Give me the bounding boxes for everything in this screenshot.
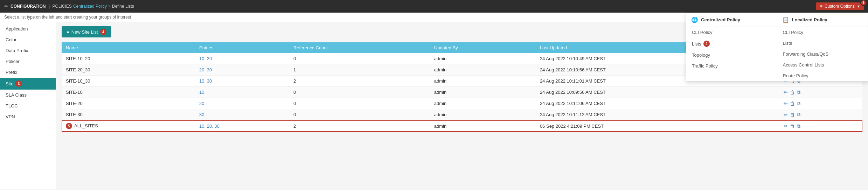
action-buttons: ✏🗑⧉ [784,89,858,95]
sidebar-item-site-label: Site [6,81,13,86]
edit-icon[interactable]: ✏ [784,101,788,106]
dropdown-traffic-policy-label: Traffic Policy [692,63,718,69]
cell-updated-by: admin [430,76,536,87]
cell-name: SITE-10_30 [62,76,195,87]
entries-link[interactable]: 20 [199,101,204,106]
dropdown-access-control[interactable]: Access Control Lists [777,59,868,70]
sidebar-item-tloc-label: TLOC [6,103,18,108]
sidebar-item-color[interactable]: Color [0,34,56,45]
cell-updated-by: admin [430,109,536,120]
custom-options-button[interactable]: ≡ Custom Options ▾ 1 [816,2,864,10]
sidebar-item-site[interactable]: Site 3 [0,78,56,90]
sidebar-item-application-label: Application [6,26,28,31]
edit-icon[interactable]: ✏ [784,112,788,118]
dropdown-lists-central[interactable]: Lists 2 [686,38,777,50]
dropdown-traffic-policy[interactable]: Traffic Policy [686,61,777,71]
entries-link[interactable]: 10, 20, 30 [199,124,220,129]
sub-header-text: Select a list type on the left and start… [4,15,131,20]
dropdown-topology[interactable]: Topology [686,50,777,61]
new-list-badge: 4 [100,29,106,35]
breadcrumb-arrow: > [108,4,111,9]
cell-actions: ✏🗑⧉ [779,120,862,132]
sidebar-item-application[interactable]: Application [0,23,56,34]
dropdown-centralized-header: 🌐 Centralized Policy [686,13,777,27]
policy-icon: 📋 [782,16,789,23]
action-buttons: ✏🗑⧉ [784,100,858,106]
copy-icon[interactable]: ⧉ [797,123,800,129]
sidebar: Application Color Data Prefix Policer Pr… [0,22,56,189]
dropdown-lists-local[interactable]: Lists [777,38,868,49]
cell-actions: ✏🗑⧉ [779,109,862,120]
cell-last-updated: 06 Sep 2022 4:21:09 PM CEST [536,120,779,132]
entries-link[interactable]: 10, 30 [199,78,212,84]
table-row: SITE-30300admin24 Aug 2022 10:11:12 AM C… [62,109,862,120]
dropdown-cli-policy-central[interactable]: CLI Policy [686,27,777,38]
sidebar-item-sla-class[interactable]: SLA Class [0,90,56,100]
col-header-ref-count: Reference Count [289,42,430,53]
new-site-list-button[interactable]: ● New Site List 4 [62,26,111,37]
cell-actions: ✏🗑⧉ [779,87,862,98]
sidebar-item-vpn[interactable]: VPN [0,111,56,122]
col-header-name: Name [62,42,195,53]
dropdown-panel: 🌐 Centralized Policy CLI Policy Lists 2 … [686,13,868,82]
dropdown-forwarding[interactable]: Forwarding Class/QoS [777,49,868,59]
entries-link[interactable]: 20, 30 [199,67,212,72]
delete-icon[interactable]: 🗑 [790,112,795,118]
sidebar-item-sla-class-label: SLA Class [6,92,27,98]
config-label: CONFIGURATION [11,4,46,9]
dropdown-forwarding-label: Forwarding Class/QoS [783,51,829,57]
cell-ref-count: 2 [289,76,430,87]
sidebar-item-data-prefix[interactable]: Data Prefix [0,45,56,56]
dropdown-cli-policy-local[interactable]: CLI Policy [777,27,868,38]
dropdown-localized-col: 📋 Localized Policy CLI Policy Lists Forw… [777,13,868,81]
separator: | [49,4,50,9]
top-bar: ✏ CONFIGURATION | POLICIES Centralized P… [0,0,868,13]
sidebar-item-vpn-label: VPN [6,114,15,119]
edit-icon[interactable]: ✏ [784,123,788,129]
delete-icon[interactable]: 🗑 [790,123,795,129]
dropdown-topology-label: Topology [692,52,710,58]
cell-ref-count: 0 [289,109,430,120]
cell-updated-by: admin [430,64,536,76]
dropdown-route-policy[interactable]: Route Policy [777,70,868,81]
custom-options-label: Custom Options [825,4,855,9]
copy-icon[interactable]: ⧉ [797,100,800,106]
breadcrumb-centralized-policy[interactable]: Centralized Policy [73,4,107,9]
sidebar-item-data-prefix-label: Data Prefix [6,48,28,53]
entries-link[interactable]: 10, 20 [199,56,212,61]
dropdown-access-control-label: Access Control Lists [783,62,824,68]
table-row: SITE-10100admin24 Aug 2022 10:09:56 AM C… [62,87,862,98]
copy-icon[interactable]: ⧉ [797,89,800,95]
sidebar-item-prefix[interactable]: Prefix [0,67,56,78]
cell-updated-by: admin [430,53,536,64]
delete-icon[interactable]: 🗑 [790,101,795,106]
table-row: 5ALL_SITES10, 20, 302admin06 Sep 2022 4:… [62,120,862,132]
dropdown-lists-local-label: Lists [783,41,792,46]
action-buttons: ✏🗑⧉ [784,112,858,118]
sidebar-item-prefix-label: Prefix [6,70,17,75]
cell-last-updated: 24 Aug 2022 10:09:56 AM CEST [536,87,779,98]
entries-link[interactable]: 30 [199,112,204,117]
cell-last-updated: 24 Aug 2022 10:11:06 AM CEST [536,98,779,109]
sidebar-item-policer[interactable]: Policer [0,56,56,67]
cell-entries: 30 [195,109,289,120]
new-list-plus-icon: ● [67,29,69,35]
copy-icon[interactable]: ⧉ [797,112,800,118]
custom-options-badge: 1 [860,0,867,6]
cell-entries: 20, 30 [195,64,289,76]
dropdown-localized-header: 📋 Localized Policy [777,13,868,27]
cell-name: SITE-20_30 [62,64,195,76]
entries-link[interactable]: 10 [199,90,204,95]
cell-updated-by: admin [430,120,536,132]
delete-icon[interactable]: 🗑 [790,90,795,95]
sidebar-item-color-label: Color [6,37,16,42]
cell-ref-count: 2 [289,120,430,132]
new-list-label: New Site List [71,29,98,35]
sidebar-item-tloc[interactable]: TLOC [0,100,56,111]
cell-ref-count: 1 [289,64,430,76]
cell-name: 5ALL_SITES [62,120,195,132]
policies-label: POLICIES [53,4,72,9]
row-badge: 5 [66,123,72,129]
edit-icon[interactable]: ✏ [784,90,788,95]
globe-icon: 🌐 [691,16,698,23]
